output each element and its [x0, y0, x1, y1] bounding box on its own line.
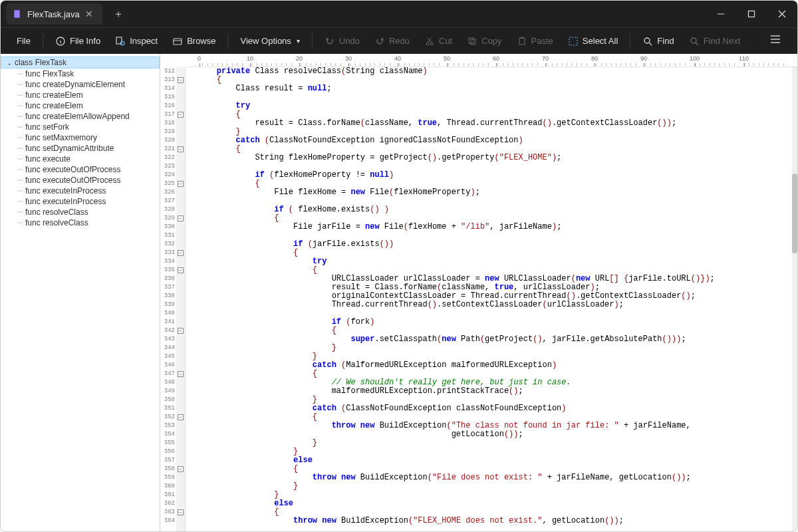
fold-gutter: −−−−−−−−−−−− [176, 67, 186, 531]
inspect-button[interactable]: Inspect [108, 32, 164, 51]
code-line[interactable]: else [198, 499, 792, 508]
cut-icon [424, 36, 435, 47]
cut-button[interactable]: Cut [418, 32, 459, 51]
paste-button[interactable]: Paste [510, 32, 560, 51]
fold-toggle[interactable]: − [178, 328, 184, 334]
close-tab-icon[interactable]: ✕ [85, 9, 93, 19]
find-button[interactable]: Find [636, 32, 680, 51]
svg-rect-11 [174, 39, 182, 45]
fold-toggle[interactable]: − [178, 77, 184, 83]
outline-sidebar: ⌄ class FlexTask func FlexTaskfunc creat… [1, 54, 160, 531]
code-line[interactable]: } [198, 482, 792, 491]
code-line[interactable]: if ( flexHome.exists() ) [198, 205, 792, 214]
divider [227, 34, 228, 49]
code-line[interactable]: catch (ClassNotFoundException ignoredCla… [198, 136, 792, 145]
fold-toggle[interactable]: − [178, 215, 184, 221]
code-line[interactable]: File jarFile = new File(flexHome + "/lib… [198, 223, 792, 231]
outline-item[interactable]: func setDynamicAttribute [1, 143, 160, 154]
copy-button[interactable]: Copy [460, 32, 508, 51]
svg-line-25 [696, 43, 698, 45]
select-all-button[interactable]: Select All [561, 32, 624, 51]
ruler: 0102030405060708090100110 [186, 54, 797, 67]
inspect-icon [115, 36, 126, 47]
outline-item[interactable]: func execute [1, 154, 160, 164]
fold-toggle[interactable]: − [178, 250, 184, 256]
browse-icon [172, 36, 183, 47]
hamburger-menu[interactable] [763, 29, 788, 53]
code-line[interactable]: Thread.currentThread().setContextClassLo… [198, 301, 792, 309]
view-options-menu[interactable]: View Options ▾ [233, 32, 306, 50]
outline-item[interactable]: func createDynamicElement [1, 79, 160, 90]
maximize-button[interactable] [736, 1, 767, 27]
divider [630, 34, 630, 49]
svg-point-10 [120, 41, 124, 45]
scrollbar-thumb[interactable] [792, 174, 797, 253]
outline-item[interactable]: func executeInProcess [1, 196, 160, 207]
tree-collapse-icon[interactable]: ⌄ [7, 59, 15, 66]
fold-toggle[interactable]: − [178, 146, 184, 152]
vertical-scrollbar[interactable] [792, 67, 797, 531]
outline-item[interactable]: func createElem [1, 100, 160, 111]
code-line[interactable]: private Class resolveClass(String classN… [198, 67, 792, 76]
outline-item[interactable]: func executeInProcess [1, 186, 160, 196]
svg-rect-9 [116, 37, 122, 44]
browse-button[interactable]: Browse [166, 32, 222, 51]
code-line[interactable]: String flexHomeProperty = getProject().g… [198, 154, 792, 162]
divider [43, 34, 43, 49]
svg-rect-1 [15, 11, 19, 17]
outline-root[interactable]: ⌄ class FlexTask [1, 57, 160, 68]
svg-rect-3 [749, 11, 755, 17]
outline-item[interactable]: func resolveClass [1, 207, 160, 217]
minimize-button[interactable] [706, 1, 736, 27]
outline-item[interactable]: func createElem [1, 90, 160, 100]
tree-root-label: class FlexTask [15, 58, 66, 67]
outline-item[interactable]: func FlexTask [1, 68, 160, 79]
titlebar: FlexTask.java ✕ ＋ [1, 1, 797, 27]
fold-toggle[interactable]: − [178, 371, 184, 377]
svg-point-13 [426, 43, 429, 45]
svg-line-23 [649, 43, 652, 45]
file-info-button[interactable]: File Info [49, 32, 107, 51]
fold-toggle[interactable]: − [178, 509, 184, 515]
select-all-icon [568, 36, 579, 47]
outline-item[interactable]: func setMaxmemory [1, 132, 160, 143]
fold-toggle[interactable]: − [178, 466, 184, 472]
fold-toggle[interactable]: − [178, 181, 184, 187]
close-window-button[interactable] [767, 1, 797, 27]
fold-toggle[interactable]: − [178, 267, 184, 273]
toolbar: File File Info Inspect Browse View Optio… [1, 27, 797, 54]
file-icon [13, 9, 22, 19]
find-next-button[interactable]: Find Next [682, 32, 747, 51]
copy-icon [467, 36, 477, 47]
tab-label: FlexTask.java [27, 9, 80, 19]
outline-item[interactable]: func resolveClass [1, 217, 160, 228]
outline-item[interactable]: func createElemAllowAppend [1, 111, 160, 122]
search-icon [642, 36, 653, 47]
info-icon [55, 36, 66, 47]
file-menu[interactable]: File [10, 32, 37, 50]
svg-rect-21 [569, 37, 577, 45]
file-tab[interactable]: FlexTask.java ✕ [6, 3, 102, 25]
code-line[interactable]: throw new BuildException("FLEX_HOME does… [198, 517, 792, 525]
undo-button[interactable]: Undo [318, 32, 366, 51]
search-icon [689, 36, 700, 47]
new-tab-button[interactable]: ＋ [106, 7, 130, 21]
code-line[interactable]: File flexHome = new File(flexHomePropert… [198, 188, 792, 197]
outline-item[interactable]: func executeOutOfProcess [1, 175, 160, 186]
code-line[interactable]: if (flexHomeProperty != null) [198, 171, 792, 180]
outline-item[interactable]: func setFork [1, 122, 160, 132]
fold-toggle[interactable]: − [178, 112, 184, 118]
outline-item[interactable]: func executeOutOfProcess [1, 164, 160, 175]
code-line[interactable]: try [198, 102, 792, 110]
svg-rect-19 [519, 38, 525, 45]
paste-icon [517, 36, 527, 47]
svg-point-14 [430, 43, 433, 45]
redo-button[interactable]: Redo [368, 32, 416, 51]
svg-point-24 [691, 38, 696, 43]
fold-toggle[interactable]: − [178, 414, 184, 420]
code-line[interactable] [198, 93, 792, 102]
code-line[interactable]: Class result = null; [198, 84, 792, 93]
code-line[interactable]: result = Class.forName(className, true, … [198, 119, 792, 128]
code-editor[interactable]: private Class resolveClass(String classN… [186, 67, 792, 531]
line-number-gutter: 3123133143153163173183193203213223233243… [160, 67, 176, 531]
